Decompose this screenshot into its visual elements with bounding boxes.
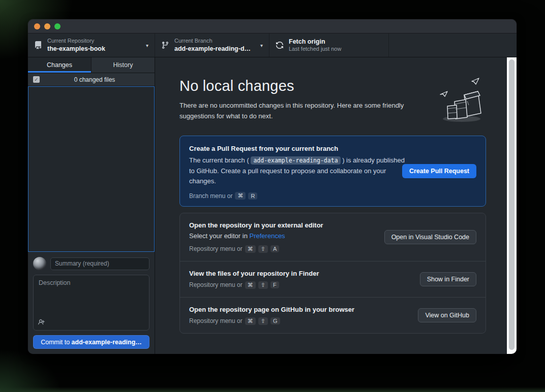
shortcut-label: Repository menu or [189,317,243,324]
card-open-in-editor: Open the repository in your external edi… [180,213,486,262]
shortcut-hint: Branch menu or ⌘ R [189,192,476,200]
scrollbar-thumb[interactable] [509,59,514,350]
key-shift: ⇧ [258,245,268,253]
main-content: No local changes There are no uncommitte… [155,57,517,354]
repo-icon [34,41,42,49]
key-g: G [270,317,280,324]
select-all-checkbox[interactable]: ✓ [33,76,40,83]
maximize-window-button[interactable] [54,23,60,29]
tab-history[interactable]: History [91,57,155,73]
shortcut-hint: Repository menu or ⌘ ⇧ A [189,245,476,253]
commit-button-branch: add-example-reading… [72,339,142,346]
avatar [33,257,46,270]
preferences-link[interactable]: Preferences [250,232,285,240]
view-on-github-button[interactable]: View on GitHub [418,308,476,322]
app-window: Current Repository the-examples-book ▾ C… [28,19,517,354]
open-in-editor-button[interactable]: Open in Visual Studio Code [384,230,476,244]
changes-list[interactable] [28,86,155,252]
card-create-pull-request: Create a Pull Request from your current … [179,136,486,207]
key-shift: ⇧ [258,281,268,289]
tab-changes[interactable]: Changes [28,57,91,73]
body-text: The current branch ( [189,156,251,164]
chevron-down-icon: ▾ [146,43,148,48]
fetch-origin-title: Fetch origin [289,38,382,46]
add-coauthor-icon[interactable] [38,318,46,326]
scrollbar-track[interactable] [507,57,517,354]
key-cmd: ⌘ [245,317,256,325]
key-f: F [270,281,279,288]
fetch-origin-subtitle: Last fetched just now [289,46,382,53]
summary-input[interactable] [50,257,149,270]
card-title: Open the repository in your external edi… [189,221,476,229]
card-title: Create a Pull Request from your current … [189,145,476,152]
current-branch-dropdown[interactable]: Current Branch add-example-reading-d… ▾ [155,34,269,57]
shortcut-label: Repository menu or [189,245,243,252]
key-cmd: ⌘ [245,245,256,253]
card-body: The current branch ( add-example-reading… [189,155,412,187]
empty-state-illustration [436,77,485,123]
changed-files-row: ✓ 0 changed files [28,73,155,86]
page-subtitle: There are no uncommitted changes in this… [179,100,440,122]
current-repository-dropdown[interactable]: Current Repository the-examples-book ▾ [28,34,155,57]
show-in-finder-button[interactable]: Show in Finder [420,272,476,286]
titlebar [28,19,517,34]
key-cmd: ⌘ [235,192,246,200]
description-input[interactable] [34,275,149,330]
branch-code-chip: add-example-reading-data [251,156,340,165]
sidebar-tabs: Changes History [28,57,155,73]
description-box [33,275,149,331]
shortcut-label: Repository menu or [189,281,243,288]
current-branch-label: Current Branch [174,38,256,45]
key-shift: ⇧ [258,317,268,325]
current-repository-label: Current Repository [47,38,142,45]
body-text: Select your editor in [189,232,250,240]
card-show-in-finder: View the files of your repository in Fin… [180,262,486,298]
key-a: A [270,245,279,252]
close-window-button[interactable] [34,23,40,29]
current-branch-value: add-example-reading-d… [174,45,256,53]
key-r: R [248,192,257,200]
shortcut-label: Branch menu or [189,192,232,200]
commit-form: Commit to add-example-reading… [28,252,155,354]
current-repository-value: the-examples-book [47,45,142,53]
commit-button[interactable]: Commit to add-example-reading… [33,335,149,349]
chevron-down-icon: ▾ [260,43,263,48]
commit-button-prefix: Commit to [41,339,70,346]
sidebar: Changes History ✓ 0 changed files [28,57,155,354]
minimize-window-button[interactable] [44,23,50,29]
git-branch-icon [161,41,169,49]
toolbar: Current Repository the-examples-book ▾ C… [28,34,517,57]
create-pull-request-button[interactable]: Create Pull Request [402,164,476,178]
fetch-origin-button[interactable]: Fetch origin Last fetched just now [269,34,389,57]
changed-files-count: 0 changed files [40,76,149,83]
card-view-on-github: Open the repository page on GitHub in yo… [180,298,486,333]
suggestions-group: Open the repository in your external edi… [179,213,486,334]
key-cmd: ⌘ [245,281,256,289]
sync-icon [276,41,284,49]
